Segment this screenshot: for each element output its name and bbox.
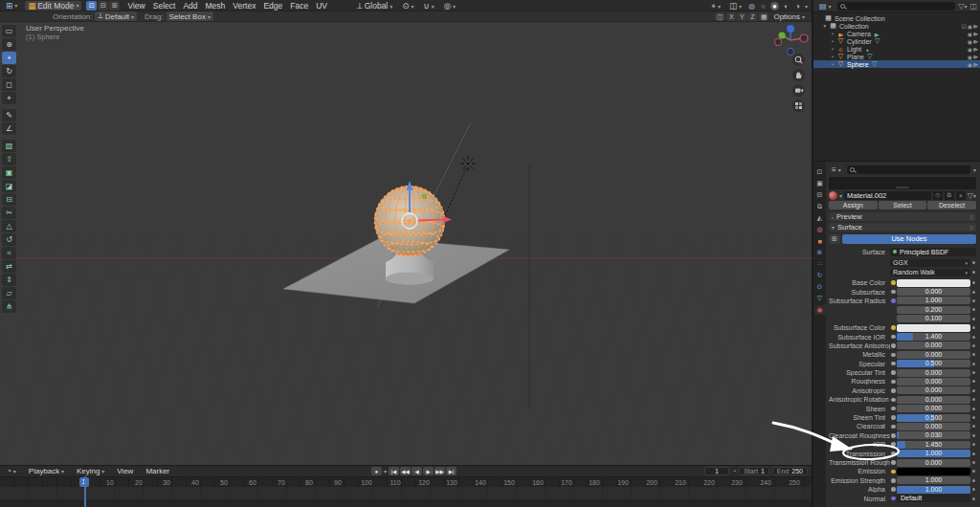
toolbar-tool-button[interactable]: ⇧ [2,153,16,165]
disable-render-camera-icon[interactable]: ▮► [973,55,978,59]
viewport-menu-item[interactable]: Face [287,1,311,11]
outliner-search-input[interactable] [837,2,956,11]
tab-render[interactable]: ▣ [814,179,826,188]
toggle-orthographic-button[interactable] [792,99,805,112]
decorator-dot[interactable] [970,497,976,500]
decorator-dot[interactable] [970,380,976,383]
viewport-menu-item[interactable]: UV [313,1,330,11]
decorator-dot[interactable] [970,344,976,347]
overlays-dropdown[interactable]: ◫▾ [726,1,745,11]
mirror-axis-button[interactable]: Z [747,12,757,21]
property-slider-field[interactable]: 0.000 [897,351,970,359]
timeline-editor-type-icon[interactable]: ◔▾ [4,467,19,476]
zoom-view-button[interactable] [792,54,805,66]
property-color-swatch[interactable] [897,468,970,475]
decorator-dot[interactable] [970,479,976,482]
property-slider-field[interactable]: 0.000 [897,342,970,349]
toolbar-tool-button[interactable]: ⊕ [2,38,16,51]
tab-active-tool[interactable]: ⊡ [814,167,826,177]
decorator-dot[interactable] [970,318,976,320]
disable-render-camera-icon[interactable]: ▮► [973,62,978,67]
tab-output[interactable]: ⊟ [814,190,826,200]
expand-caret[interactable]: • [829,31,836,36]
property-slider-field[interactable]: 0.000 [897,423,970,430]
viewport-menu-item[interactable]: Vertex [230,1,258,11]
toolbar-tool-button[interactable]: ∠ [2,122,16,135]
playback-button[interactable]: ▶| [446,467,457,475]
decorator-dot[interactable] [970,261,976,264]
decorator-dot[interactable] [970,452,976,455]
xray-toggle-icon[interactable]: ◍ [747,2,756,11]
toolbar-tool-button[interactable]: ≈ [2,247,16,259]
decorator-dot[interactable] [970,416,976,419]
timeline-menu-item[interactable]: Keying ▾ [74,467,107,475]
unlink-material-icon[interactable]: × [956,191,966,200]
decorator-dot[interactable] [970,336,976,339]
property-slider-field[interactable]: 0.500 [897,414,970,422]
decorator-dot[interactable] [970,443,976,446]
outliner-row[interactable]: • Camera ◉ ▮► [813,30,980,37]
property-slider-field[interactable]: 0.500 [897,360,970,367]
decorator-dot[interactable] [970,398,976,401]
disable-render-camera-icon[interactable]: ▮► [973,32,978,36]
hide-eye-icon[interactable]: ◉ [968,23,972,30]
property-slider-field[interactable]: 1.450 [897,441,970,449]
toolbar-tool-button[interactable]: ⋔ [2,300,16,313]
decorator-dot[interactable] [970,425,976,428]
checkbox-icon[interactable]: ☑ [961,23,966,30]
mirror-axis-button[interactable]: X [726,12,736,21]
timeline-tracks[interactable] [0,487,812,507]
shader-select-field[interactable]: Principled BSDF [890,248,976,256]
playback-button[interactable]: ▶ [423,467,434,475]
toolbar-tool-button[interactable]: ↻ [2,65,16,77]
vertex-select-mode-button[interactable]: ⊡ [86,1,97,11]
property-slider-field[interactable]: 0.100 [897,315,970,322]
frame-end-field[interactable]: End250 [772,467,808,475]
toolbar-tool-button[interactable]: ✂ [2,207,16,219]
frame-start-field[interactable]: Start1 [739,467,769,475]
tab-world[interactable]: ◍ [814,225,826,234]
expand-caret[interactable]: ▾ [821,23,829,29]
toolbar-tool-button[interactable]: ▭ [2,25,16,37]
tab-scene[interactable]: ◭ [814,213,826,223]
decorator-dot[interactable] [970,291,976,294]
rendered-shading-button[interactable]: ◑ [793,2,802,11]
shading-dropdown[interactable]: ▾ [805,3,808,10]
property-slider-field[interactable]: 1.000 [897,486,970,494]
disable-render-camera-icon[interactable]: ▮► [973,24,978,29]
mirror-icon[interactable]: ◫ [715,12,724,21]
properties-options-dropdown[interactable]: ▾ [973,166,976,173]
toolbar-tool-button[interactable]: ⇕ [2,274,16,286]
drag-dropdown[interactable]: Select Box▾ [167,11,213,21]
property-slider-field[interactable]: 1.000 [897,297,970,304]
preview-panel-header[interactable]: ›Preview≡ [829,212,976,221]
tab-particles[interactable]: ∴ [814,259,826,269]
timeline-menu-item[interactable]: View [114,467,136,475]
decorator-dot[interactable] [970,299,976,302]
decorator-dot[interactable] [970,408,976,410]
toolbar-tool-button[interactable]: ⇄ [2,260,16,273]
playback-button[interactable]: ▶▶ [434,467,445,475]
hide-eye-icon[interactable]: ◉ [968,61,972,68]
decorator-dot[interactable] [970,281,976,284]
outliner-row[interactable]: • Cylinder ◉ ▮► [813,37,980,45]
pan-view-button[interactable] [792,69,805,81]
show-gizmo-dropdown[interactable]: ⌖▾ [708,1,724,11]
tab-view-layer[interactable]: ⧉ [814,202,826,211]
resize-handle[interactable] [896,187,909,188]
material-action-button[interactable]: Deselect [927,201,976,209]
property-slider-field[interactable]: 0.200 [897,306,970,314]
disable-render-camera-icon[interactable]: ▮► [973,39,978,44]
property-color-swatch[interactable] [897,324,970,332]
hide-eye-icon[interactable]: ◉ [968,31,972,37]
keying-dropdown[interactable]: ▾ [384,468,387,474]
filter-icon[interactable]: ▽▾ [958,2,967,11]
material-name-field[interactable]: Material.002 [844,191,931,200]
mirror-axis-button[interactable]: Y [737,12,746,21]
expand-caret[interactable]: • [829,54,836,59]
toolbar-tool-button[interactable]: + [2,52,16,64]
properties-search-input[interactable] [847,165,970,174]
property-color-swatch[interactable] [897,279,970,287]
properties-editor-type-icon[interactable]: ≡▾ [829,165,844,174]
surface-panel-header[interactable]: ▾Surface≡ [829,223,976,231]
